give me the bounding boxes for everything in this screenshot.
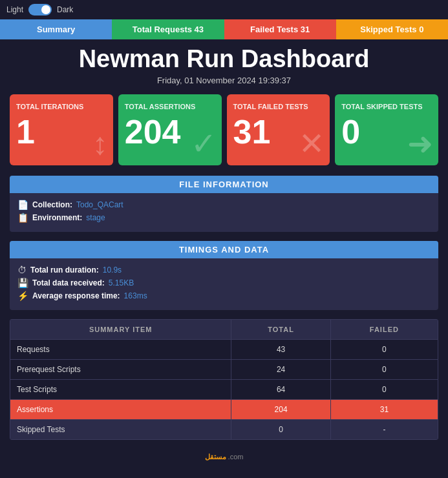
stat-cards: TOTAL ITERATIONS 1 ↕ TOTAL ASSERTIONS 20… bbox=[10, 94, 438, 165]
stat-value-skipped: 0 bbox=[341, 114, 432, 151]
timing-data: 💾 Total data received: 5.15KB bbox=[17, 278, 431, 288]
table-row-skipped: Skipped Tests 0 - bbox=[10, 419, 438, 439]
tab-failed-tests[interactable]: Failed Tests 31 bbox=[224, 19, 336, 39]
duration-label: Total run duration: bbox=[30, 265, 99, 275]
stat-value-failed: 31 bbox=[233, 114, 324, 151]
tab-total-requests-badge: 43 bbox=[195, 25, 204, 34]
stat-label-skipped: TOTAL SKIPPED TESTS bbox=[341, 102, 432, 111]
duration-value: 10.9s bbox=[103, 265, 122, 275]
file-info-header: FILE INFORMATION bbox=[10, 176, 438, 193]
summary-table: SUMMARY ITEM TOTAL FAILED Requests 43 0 … bbox=[10, 319, 438, 440]
light-label: Light bbox=[6, 5, 23, 14]
response-icon: ⚡ bbox=[17, 291, 28, 301]
tab-total-requests[interactable]: Total Requests 43 bbox=[112, 19, 224, 39]
col-summary-item: SUMMARY ITEM bbox=[10, 319, 231, 339]
row-total: 204 bbox=[231, 399, 330, 419]
duration-icon: ⏱ bbox=[17, 265, 27, 275]
response-value: 163ms bbox=[124, 291, 147, 300]
environment-label: Environment: bbox=[32, 213, 82, 222]
table-row: Requests 43 0 bbox=[10, 339, 438, 359]
stat-card-failed: TOTAL FAILED TESTS 31 ✕ bbox=[227, 94, 330, 165]
col-failed: FAILED bbox=[330, 319, 438, 339]
data-value: 5.15KB bbox=[109, 278, 134, 287]
stat-label-iterations: TOTAL ITERATIONS bbox=[16, 102, 107, 111]
row-item: Assertions bbox=[10, 399, 231, 419]
row-item: Prerequest Scripts bbox=[10, 359, 231, 379]
collection-item: 📄 Collection: Todo_QACart bbox=[17, 200, 431, 210]
stat-card-iterations: TOTAL ITERATIONS 1 ↕ bbox=[10, 94, 113, 165]
table-row: Prerequest Scripts 24 0 bbox=[10, 359, 438, 379]
summary-table-section: SUMMARY ITEM TOTAL FAILED Requests 43 0 … bbox=[10, 319, 438, 440]
timings-header: TIMINGS AND DATA bbox=[10, 241, 438, 258]
collection-value: Todo_QACart bbox=[76, 200, 123, 209]
stat-value-assertions: 204 bbox=[125, 114, 215, 151]
row-failed: 0 bbox=[330, 379, 438, 399]
row-failed: 0 bbox=[330, 339, 438, 359]
environment-icon: 📋 bbox=[17, 213, 28, 223]
footer-domain: .com bbox=[228, 453, 244, 461]
top-bar: Light Dark bbox=[0, 0, 448, 19]
row-item: Requests bbox=[10, 339, 231, 359]
timings-section: TIMINGS AND DATA ⏱ Total run duration: 1… bbox=[10, 241, 438, 310]
collection-label: Collection: bbox=[32, 200, 72, 209]
stat-card-assertions: TOTAL ASSERTIONS 204 ✓ bbox=[118, 94, 222, 165]
tab-summary[interactable]: Summary bbox=[0, 19, 112, 39]
timing-response: ⚡ Average response time: 163ms bbox=[17, 291, 431, 301]
footer-brand: مستقل bbox=[205, 453, 226, 461]
row-failed: - bbox=[330, 419, 438, 439]
col-total: TOTAL bbox=[231, 319, 330, 339]
tab-skipped-tests-badge: 0 bbox=[419, 25, 423, 34]
table-row: Test Scripts 64 0 bbox=[10, 379, 438, 399]
timings-body: ⏱ Total run duration: 10.9s 💾 Total data… bbox=[10, 258, 438, 310]
dashboard-subtitle: Friday, 01 November 2024 19:39:37 bbox=[10, 76, 438, 85]
row-total: 64 bbox=[231, 379, 330, 399]
data-label: Total data received: bbox=[32, 278, 105, 287]
theme-toggle[interactable] bbox=[28, 4, 52, 16]
environment-value: stage bbox=[86, 213, 105, 222]
footer: مستقل .com bbox=[10, 449, 438, 465]
row-total: 0 bbox=[231, 419, 330, 439]
row-item: Skipped Tests bbox=[10, 419, 231, 439]
stat-label-assertions: TOTAL ASSERTIONS bbox=[125, 102, 215, 111]
stat-value-iterations: 1 bbox=[16, 114, 107, 151]
dashboard-title: Newman Run Dashboard bbox=[10, 46, 438, 73]
stat-label-failed: TOTAL FAILED TESTS bbox=[233, 102, 324, 111]
row-total: 24 bbox=[231, 359, 330, 379]
data-icon: 💾 bbox=[17, 278, 28, 288]
row-item: Test Scripts bbox=[10, 379, 231, 399]
row-failed: 0 bbox=[330, 359, 438, 379]
table-row-assertions: Assertions 204 31 bbox=[10, 399, 438, 419]
dark-label: Dark bbox=[57, 5, 73, 14]
stat-card-skipped: TOTAL SKIPPED TESTS 0 ➜ bbox=[335, 94, 438, 165]
collection-icon: 📄 bbox=[17, 200, 28, 210]
file-info-body: 📄 Collection: Todo_QACart 📋 Environment:… bbox=[10, 193, 438, 232]
nav-tabs: Summary Total Requests 43 Failed Tests 3… bbox=[0, 19, 448, 39]
environment-item: 📋 Environment: stage bbox=[17, 213, 431, 223]
file-info-section: FILE INFORMATION 📄 Collection: Todo_QACa… bbox=[10, 176, 438, 232]
tab-failed-tests-badge: 31 bbox=[301, 25, 310, 34]
main-content: Newman Run Dashboard Friday, 01 November… bbox=[0, 39, 448, 475]
row-total: 43 bbox=[231, 339, 330, 359]
response-label: Average response time: bbox=[32, 291, 120, 300]
timing-duration: ⏱ Total run duration: 10.9s bbox=[17, 265, 431, 275]
row-failed: 31 bbox=[330, 399, 438, 419]
tab-skipped-tests[interactable]: Skipped Tests 0 bbox=[336, 19, 448, 39]
